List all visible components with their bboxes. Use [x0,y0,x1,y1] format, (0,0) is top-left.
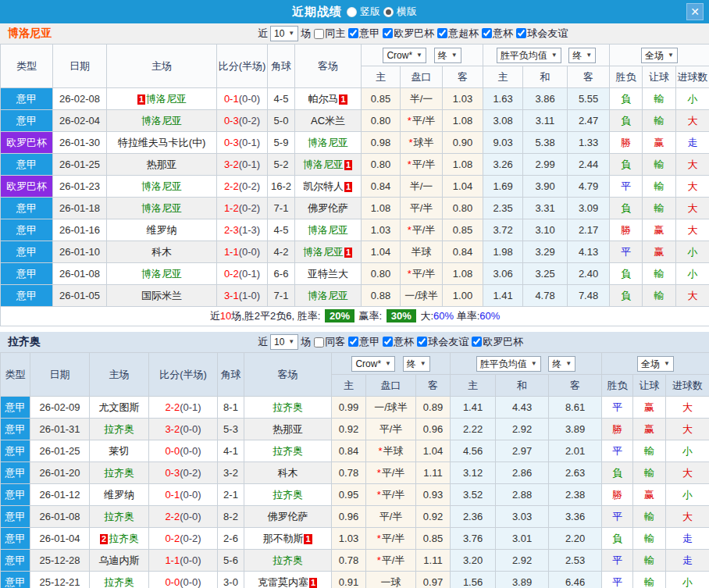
match-row[interactable]: 意甲26-01-31拉齐奥3-2(0-0)5-3热那亚0.92平/半0.962.… [1,419,709,440]
same-venue-label[interactable]: 同主 [325,27,345,41]
competition-checkbox[interactable] [348,337,358,347]
match-count-select[interactable]: 10▼ [270,26,298,41]
same-venue-checkbox[interactable] [314,29,324,39]
match-row[interactable]: 意甲26-02-081博洛尼亚0-1(0-0)4-5帕尔马10.85半/一1.0… [1,88,709,110]
competition-checkbox-label[interactable]: 意甲 [359,27,379,39]
home-team-name[interactable]: 尤文图斯 [99,401,140,413]
home-team-name[interactable]: 博洛尼亚 [141,115,182,127]
match-row[interactable]: 意甲26-01-10科木1-1(0-0)4-2博洛尼亚11.04半球0.841.… [1,241,709,263]
home-team-name[interactable]: 博洛尼亚 [141,180,182,192]
odds-company-select[interactable]: Crow*▼ [351,356,395,372]
avg-select[interactable]: 胜平负均值▼ [476,356,541,372]
competition-checkbox-label[interactable]: 欧罗巴杯 [394,27,434,39]
odds-company-select[interactable]: Crow*▼ [383,48,426,63]
away-team-name[interactable]: 博洛尼亚 [303,246,344,258]
away-team-name[interactable]: 凯尔特人 [303,180,344,192]
match-row[interactable]: 意甲26-01-042拉齐奥0-2(0-2)2-6那不勒斯11.03*平/半0.… [1,528,709,550]
competition-checkbox[interactable] [383,28,393,38]
match-row[interactable]: 意甲25-12-21拉齐奥0-0(0-0)3-0克雷莫内塞10.91一球0.97… [1,572,709,588]
same-venue-label[interactable]: 同客 [325,335,345,349]
home-team-name[interactable]: 博洛尼亚 [141,202,182,214]
competition-checkbox[interactable] [472,337,482,347]
match-row[interactable]: 意甲26-02-09尤文图斯2-2(0-1)8-1拉齐奥0.99一/球半0.89… [1,397,709,419]
same-venue-checkbox[interactable] [314,337,324,347]
match-row[interactable]: 意甲26-01-25热那亚3-2(0-1)5-2博洛尼亚10.80*平/半1.0… [1,154,709,176]
match-row[interactable]: 意甲26-01-16维罗纳2-3(1-3)4-5博洛尼亚1.03*平/半0.85… [1,219,709,241]
horizontal-layout-label[interactable]: 横版 [397,5,417,19]
away-team-name[interactable]: 亚特兰大 [308,268,348,280]
avg-final-select[interactable]: 终▼ [548,356,575,372]
match-row[interactable]: 意甲26-01-18博洛尼亚1-2(0-2)7-1佛罗伦萨1.08平/半0.80… [1,198,709,219]
away-team-name[interactable]: 科木 [278,467,298,479]
home-team-name[interactable]: 拉齐奥 [104,511,134,522]
away-team-name[interactable]: 帕尔马 [308,93,338,105]
home-team-name[interactable]: 莱切 [109,445,130,457]
competition-checkbox[interactable] [516,28,526,38]
competition-checkbox-label[interactable]: 意杯 [493,27,513,39]
scope-select[interactable]: 全场▼ [637,356,674,372]
away-team-name[interactable]: 博洛尼亚 [308,137,348,148]
home-team-name[interactable]: 特拉维夫马卡比(中) [118,137,206,148]
competition-checkbox[interactable] [417,337,427,347]
away-team-name[interactable]: AC米兰 [311,115,345,127]
match-row[interactable]: 意甲26-01-12维罗纳0-1(0-0)2-1拉齐奥0.95*平/半0.933… [1,484,709,506]
avg-select[interactable]: 胜平负均值▼ [497,48,561,63]
vertical-layout-radio[interactable] [347,7,357,17]
home-team-name[interactable]: 国际米兰 [141,290,182,301]
away-team-name[interactable]: 拉齐奥 [273,401,303,413]
home-team-name[interactable]: 维罗纳 [104,489,134,501]
home-team-name[interactable]: 科木 [151,246,172,258]
match-row[interactable]: 意甲26-01-08博洛尼亚0-2(0-1)6-6亚特兰大0.80*平/半1.0… [1,263,709,285]
competition-checkbox-label[interactable]: 意甲 [359,336,379,347]
horizontal-layout-radio[interactable] [383,7,394,17]
home-team-name[interactable]: 维罗纳 [147,224,177,236]
handicap-text: 平/半 [412,224,436,236]
away-team-name[interactable]: 佛罗伦萨 [268,511,308,522]
match-row[interactable]: 意甲26-01-05国际米兰3-1(1-0)7-1博洛尼亚0.88一/球半1.0… [1,285,709,307]
home-team-name[interactable]: 拉齐奥 [104,467,134,479]
home-team-name[interactable]: 博洛尼亚 [146,93,187,105]
home-team-name[interactable]: 拉齐奥 [104,423,134,435]
competition-checkbox[interactable] [437,28,447,38]
competition-checkbox-label[interactable]: 球会友谊 [527,27,568,39]
competition-checkbox-label[interactable]: 欧罗巴杯 [483,336,523,347]
away-team-name[interactable]: 博洛尼亚 [308,224,348,236]
match-row[interactable]: 意甲26-01-20拉齐奥0-3(0-2)3-2科木0.78*平/半1.113.… [1,462,709,484]
match-row[interactable]: 意甲26-02-04博洛尼亚0-3(0-2)5-0AC米兰0.80*平/半1.0… [1,110,709,132]
away-team-name[interactable]: 那不勒斯 [262,533,303,544]
vertical-layout-label[interactable]: 竖版 [360,5,380,19]
subcol-handicap-result: 让球 [633,375,666,397]
away-team-name[interactable]: 拉齐奥 [273,445,303,457]
competition-checkbox-label[interactable]: 球会友谊 [428,336,469,347]
home-team-name[interactable]: 拉齐奥 [109,533,139,544]
competition-checkbox[interactable] [383,337,393,347]
away-team-name[interactable]: 热那亚 [273,423,303,435]
scope-select[interactable]: 全场▼ [641,48,678,63]
competition-checkbox[interactable] [482,28,492,38]
away-team-name[interactable]: 佛罗伦萨 [308,202,348,214]
home-team-name[interactable]: 乌迪内斯 [99,554,140,566]
match-row[interactable]: 欧罗巴杯26-01-23博洛尼亚2-2(0-2)16-2凯尔特人10.84半/一… [1,176,709,198]
match-row[interactable]: 意甲26-01-08拉齐奥2-2(0-0)8-2佛罗伦萨0.96平/半0.922… [1,506,709,528]
match-row[interactable]: 意甲25-12-28乌迪内斯1-1(0-0)5-6拉齐奥0.78*平/半1.11… [1,550,709,572]
match-count-select[interactable]: 10▼ [270,334,298,350]
close-icon[interactable]: ✕ [686,3,704,20]
match-row[interactable]: 意甲26-01-25莱切0-0(0-0)4-1拉齐奥0.84*半球1.044.5… [1,440,709,462]
match-row[interactable]: 欧罗巴杯26-01-30特拉维夫马卡比(中)0-3(0-1)5-9博洛尼亚0.9… [1,132,709,154]
competition-checkbox-label[interactable]: 意超杯 [448,27,479,39]
corner-cell: 6-6 [268,263,295,285]
avg-final-select[interactable]: 终▼ [568,48,596,63]
halftime-score: (0-0) [180,489,201,501]
odds-final-select[interactable]: 终▼ [403,356,430,372]
away-team-name[interactable]: 博洛尼亚 [308,290,348,301]
competition-checkbox-label[interactable]: 意杯 [394,336,414,347]
away-team-name[interactable]: 拉齐奥 [273,554,303,566]
home-team-name[interactable]: 博洛尼亚 [141,268,182,280]
odds-final-select[interactable]: 终▼ [434,48,461,63]
away-team-name[interactable]: 博洛尼亚 [303,159,344,170]
away-team-name[interactable]: 克雷莫内塞 [258,576,308,588]
home-team-name[interactable]: 热那亚 [147,159,177,170]
competition-checkbox[interactable] [348,28,358,38]
away-team-name[interactable]: 拉齐奥 [273,489,303,501]
home-team-name[interactable]: 拉齐奥 [104,576,134,588]
